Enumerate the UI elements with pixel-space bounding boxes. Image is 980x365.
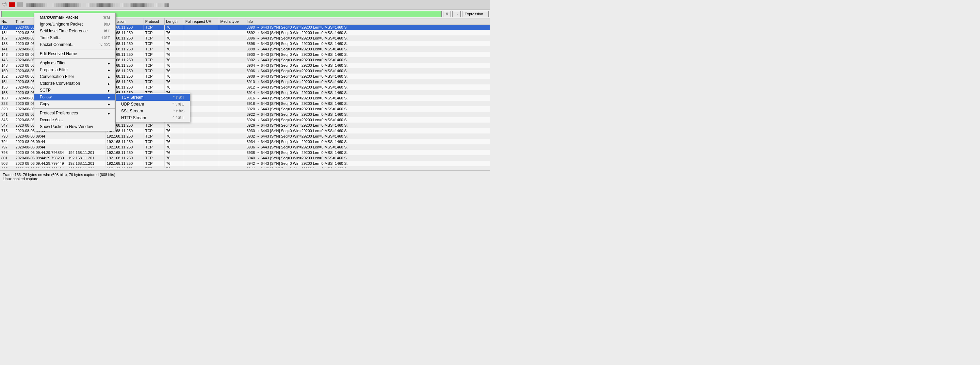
cell-no: 133	[0, 24, 14, 30]
menu-label-prepare-filter: Prepare a Filter	[40, 67, 68, 72]
cell-length: 76	[165, 46, 184, 52]
menu-item-ignore[interactable]: Ignore/Unignore Packet ⌘D	[34, 21, 115, 27]
cell-info: 3896 → 6443 [SYN] Seq=0 Win=29200 Len=0 …	[245, 35, 490, 41]
menu-item-apply-filter[interactable]: Apply as Filter	[34, 60, 115, 66]
cell-protocol: TCP	[143, 144, 165, 150]
cell-length: 76	[165, 52, 184, 57]
menu-item-prepare-filter[interactable]: Prepare a Filter	[34, 66, 115, 73]
menu-item-conversation-filter[interactable]: Conversation Filter	[34, 73, 115, 80]
cell-protocol: TCP	[143, 41, 165, 46]
cell-media	[219, 123, 245, 128]
menu-item-follow[interactable]: Follow TCP Stream ⌃⇧⌘T UDP Stream ⌃⇧⌘U S…	[34, 94, 115, 100]
cell-destination: 192.168.11.250	[105, 155, 143, 161]
cell-length: 76	[165, 41, 184, 46]
expression-button[interactable]: Expression...	[462, 11, 488, 17]
cell-no: 158	[0, 90, 14, 95]
toolbar-spacer: ||||||||||||||||||||||||||||||||||||||||…	[26, 3, 169, 7]
cell-time: 2020-08-06 09:44:29.796834	[14, 150, 67, 155]
table-row[interactable]: 801 2020-08-06 09:44:29.798230 192.168.1…	[0, 155, 490, 161]
table-row[interactable]: 794 2020-08-06 09:44 192.168.11.250 TCP …	[0, 139, 490, 144]
cell-uri	[184, 73, 219, 79]
cell-info: 3914 → 6443 [SYN] Seq=0 Win=29200 Len=0 …	[245, 90, 490, 95]
menu-divider-1	[34, 49, 115, 49]
cell-info: 3898 → 6443 [SYN] Seq=0 Win=29200 Len=0 …	[245, 46, 490, 52]
cell-length: 76	[165, 166, 184, 168]
cell-media	[219, 79, 245, 84]
clear-filter-button[interactable]: ✕	[443, 11, 451, 17]
cell-uri	[184, 30, 219, 35]
menu-item-decode-as[interactable]: Decode As...	[34, 116, 115, 123]
table-row[interactable]: 805 2020-08-06 09:44:29.800494 192.168.1…	[0, 166, 490, 168]
menu-item-copy[interactable]: Copy	[34, 100, 115, 107]
menu-item-show-packet-window[interactable]: Show Packet in New Window	[34, 123, 115, 130]
menu-label-sctp: SCTP	[40, 88, 51, 92]
submenu-item-udp-stream[interactable]: UDP Stream ⌃⇧⌘U	[116, 101, 190, 108]
cell-info: 3942 → 6443 [SYN] Seq=0 Win=29200 Len=0 …	[245, 161, 490, 166]
cell-info: 3910 → 6443 [SYN] Seq=0 Win=29200 Len=0 …	[245, 79, 490, 84]
cell-length: 76	[165, 79, 184, 84]
cell-uri	[184, 150, 219, 155]
cell-no: 143	[0, 52, 14, 57]
cell-uri	[184, 24, 219, 30]
submenu-item-tcp-stream[interactable]: TCP Stream ⌃⇧⌘T	[116, 94, 190, 101]
cell-protocol: TCP	[143, 150, 165, 155]
menu-item-time-shift[interactable]: Time Shift... ⇧⌘T	[34, 34, 115, 41]
submenu-item-http-stream[interactable]: HTTP Stream ⌃⇧⌘H	[116, 115, 190, 121]
col-header-media[interactable]: Media type	[219, 18, 245, 24]
cell-length: 76	[165, 123, 184, 128]
menu-item-sctp[interactable]: SCTP	[34, 87, 115, 94]
cell-uri	[184, 41, 219, 46]
submenu-label-tcp-stream: TCP Stream	[121, 95, 143, 100]
cell-protocol: TCP	[143, 161, 165, 166]
cell-info: 3922 → 6443 [SYN] Seq=0 Win=29200 Len=0 …	[245, 112, 490, 117]
restart-btn[interactable]	[17, 2, 23, 7]
cell-uri	[184, 166, 219, 168]
menu-label-colorize: Colorize Conversation	[40, 81, 80, 86]
app-icon: 🦈	[2, 2, 7, 8]
cell-uri	[184, 161, 219, 166]
cell-media	[219, 41, 245, 46]
table-row[interactable]: 803 2020-08-06 09:44:29.799449 192.168.1…	[0, 161, 490, 166]
cell-no: 794	[0, 139, 14, 144]
col-header-uri[interactable]: Full request URI	[184, 18, 219, 24]
cell-length: 76	[165, 30, 184, 35]
table-row[interactable]: 798 2020-08-06 09:44:29.796834 192.168.1…	[0, 150, 490, 155]
table-row[interactable]: 793 2020-08-06 09:44 192.168.11.250 TCP …	[0, 134, 490, 139]
cell-info: 3932 → 6443 [SYN] Seq=0 Win=29200 Len=0 …	[245, 134, 490, 139]
col-header-no[interactable]: No.	[0, 18, 14, 24]
menu-item-mark-unmark[interactable]: Mark/Unmark Packet ⌘M	[34, 14, 115, 21]
cell-no: 134	[0, 30, 14, 35]
menu-item-colorize[interactable]: Colorize Conversation	[34, 80, 115, 87]
cell-media	[219, 139, 245, 144]
cell-no: 715	[0, 128, 14, 134]
apply-filter-button[interactable]: →	[452, 11, 461, 17]
cell-uri	[184, 139, 219, 144]
menu-shortcut-time-shift: ⇧⌘T	[101, 36, 110, 40]
menu-item-packet-comment[interactable]: Packet Comment... ⌥⌘C	[34, 41, 115, 48]
menu-item-protocol-prefs[interactable]: Protocol Preferences	[34, 110, 115, 116]
menu-item-time-ref[interactable]: Set/Unset Time Reference ⌘T	[34, 27, 115, 34]
status-line2: Linux cooked capture	[3, 177, 487, 181]
stop-btn[interactable]	[9, 2, 15, 7]
submenu-item-ssl-stream[interactable]: SSL Stream ⌃⇧⌘S	[116, 108, 190, 115]
cell-info: 3918 → 6443 [SYN] Seq=0 Win=29200 Len=0 …	[245, 101, 490, 106]
menu-arrow-sctp	[107, 88, 110, 92]
cell-length: 76	[165, 150, 184, 155]
col-header-info[interactable]: Info	[245, 18, 490, 24]
cell-info: 3920 → 6443 [SYN] Seq=0 Win=29200 Len=0 …	[245, 106, 490, 112]
menu-item-edit-resolved[interactable]: Edit Resolved Name	[34, 50, 115, 57]
col-header-protocol[interactable]: Protocol	[143, 18, 165, 24]
cell-protocol: TCP	[143, 46, 165, 52]
cell-destination: 192.168.11.250	[105, 166, 143, 168]
menu-label-mark-unmark: Mark/Unmark Packet	[40, 15, 78, 20]
cell-media	[219, 161, 245, 166]
table-row[interactable]: 797 2020-08-06 09:44 192.168.11.250 TCP …	[0, 144, 490, 150]
menu-label-follow: Follow	[40, 95, 52, 99]
cell-info: 3912 → 6443 [SYN] Seq=0 Win=29200 Len=0 …	[245, 84, 490, 90]
menu-arrow-prepare-filter	[107, 67, 110, 72]
menu-label-conversation-filter: Conversation Filter	[40, 74, 74, 79]
toolbar: 🦈 ||||||||||||||||||||||||||||||||||||||…	[0, 0, 490, 10]
cell-info: 3916 → 6443 [SYN] Seq=0 Win=29200 Len=0 …	[245, 95, 490, 101]
cell-length: 76	[165, 161, 184, 166]
col-header-length[interactable]: Length	[165, 18, 184, 24]
